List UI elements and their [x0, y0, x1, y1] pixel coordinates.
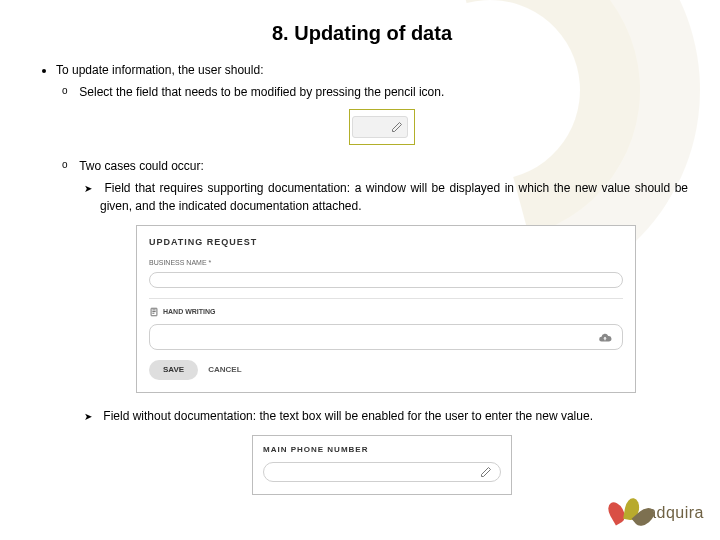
sub1-item: Select the field that needs to be modifi… — [76, 83, 688, 157]
upload-area[interactable] — [149, 324, 623, 350]
phone-label: MAIN PHONE NUMBER — [263, 444, 501, 456]
figure-update-dialog: UPDATING REQUEST BUSINESS NAME * HAND WR… — [136, 225, 636, 393]
case2-item: Field without documentation: the text bo… — [100, 407, 688, 425]
editable-field-mock — [352, 116, 408, 138]
sub2-text: Two cases could occur: — [79, 159, 204, 173]
case2-text: Field without documentation: the text bo… — [103, 409, 593, 423]
cancel-button[interactable]: CANCEL — [208, 364, 241, 376]
business-name-input[interactable] — [149, 272, 623, 288]
cloud-upload-icon — [598, 331, 612, 345]
pencil-icon — [480, 466, 492, 478]
section-label: HAND WRITING — [163, 307, 216, 318]
sub1-text: Select the field that needs to be modifi… — [79, 85, 444, 99]
field-label: BUSINESS NAME * — [149, 258, 623, 269]
figure-pencil-field — [349, 109, 415, 145]
dialog-title: UPDATING REQUEST — [149, 236, 623, 250]
case1-item: Field that requires supporting documenta… — [100, 179, 688, 215]
intro-text: To update information, the user should: — [56, 63, 263, 77]
case1-text: Field that requires supporting documenta… — [100, 181, 688, 213]
figure-phone-field: MAIN PHONE NUMBER — [252, 435, 512, 495]
pencil-icon — [391, 121, 403, 133]
sub2-item: Two cases could occur: Field that requir… — [76, 157, 688, 495]
intro-item: To update information, the user should: … — [56, 61, 688, 495]
document-icon — [149, 307, 159, 317]
section-title: 8. Updating of data — [36, 22, 688, 45]
save-button[interactable]: SAVE — [149, 360, 198, 380]
phone-input[interactable] — [263, 462, 501, 482]
